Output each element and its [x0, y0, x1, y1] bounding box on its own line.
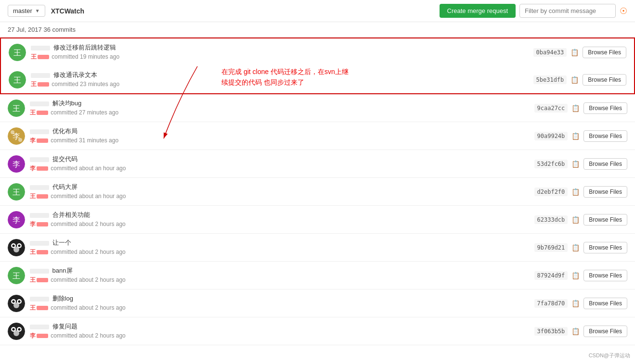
commit-row: 王 修改通讯录文本 王 committed 23 minutes ago 5be… [0, 66, 635, 94]
commit-right: 87924d9f 📋 Browse Files [534, 270, 627, 281]
commit-message: 修改迁移前后跳转逻辑 [31, 43, 233, 52]
commit-info: 合并相关功能 李 committed about 2 hours ago [30, 211, 530, 228]
commit-time: committed about 2 hours ago [51, 249, 125, 255]
browse-files-button[interactable]: Browse Files [583, 326, 627, 337]
commit-meta: 李 committed about 2 hours ago [30, 332, 530, 340]
author-name: 王 [30, 109, 49, 116]
commit-meta: 李 committed 31 minutes ago [30, 137, 530, 145]
svg-point-36 [18, 328, 21, 330]
copy-icon[interactable]: 📋 [571, 327, 580, 335]
commit-right: 9b769d21 📋 Browse Files [534, 242, 627, 253]
commit-message: 删除log [30, 294, 232, 303]
author-name: 王 [30, 276, 49, 283]
browse-files-button[interactable]: Browse Files [583, 102, 627, 114]
author-name: 李 [30, 221, 49, 227]
copy-icon[interactable]: 📋 [571, 216, 580, 224]
repo-name: XTCWatch [51, 7, 84, 15]
rss-icon[interactable]: ☉ [620, 6, 627, 16]
commit-info: 删除log 王 committed about 2 hours ago [30, 294, 530, 312]
commit-date-header: 27 Jul, 2017 36 commits [0, 22, 635, 38]
copy-icon[interactable]: 📋 [570, 76, 579, 84]
avatar [8, 295, 25, 312]
commit-row: 修复问题 李 committed about 2 hours ago 3f063… [0, 317, 635, 345]
avatar: 王 [9, 71, 26, 88]
commit-message: 解决均bug [30, 99, 232, 108]
commit-message: 优化布局 [30, 127, 232, 136]
browse-files-button[interactable]: Browse Files [583, 47, 626, 58]
svg-text:王: 王 [13, 49, 21, 57]
commit-meta: 王 committed about an hour ago [30, 192, 530, 201]
svg-text:李: 李 [13, 216, 20, 224]
browse-files-button[interactable]: Browse Files [583, 270, 627, 281]
commit-info: 代码大屏 王 committed about an hour ago [30, 183, 530, 201]
commit-info: 修改通讯录文本 王 committed 23 minutes ago [31, 71, 529, 88]
svg-text:王: 王 [13, 188, 20, 196]
commit-hash: 7fa78d70 [534, 299, 568, 308]
copy-icon[interactable]: 📋 [571, 104, 580, 112]
filter-input[interactable] [519, 4, 616, 18]
commit-meta: 李 committed about an hour ago [30, 164, 530, 173]
browse-files-button[interactable]: Browse Files [583, 130, 627, 142]
branch-selector[interactable]: master ▼ [8, 5, 45, 17]
commit-hash: 3f063b5b [534, 327, 568, 336]
commit-time: committed about an hour ago [51, 193, 126, 200]
svg-text:王: 王 [13, 104, 20, 113]
avatar [8, 239, 25, 256]
browse-files-button[interactable]: Browse Files [583, 158, 627, 170]
browse-files-button[interactable]: Browse Files [583, 298, 627, 309]
copy-icon[interactable]: 📋 [571, 244, 580, 251]
create-merge-request-button[interactable]: Create merge request [440, 4, 516, 18]
commit-right: 0ba94e33 📋 Browse Files [533, 47, 626, 58]
avatar: 王 [8, 183, 25, 201]
commit-row: 王 代码大屏 王 committed about an hour ago d2e… [0, 178, 635, 206]
copy-icon[interactable]: 📋 [570, 49, 579, 56]
avatar: 王 [8, 267, 25, 284]
top-bar: master ▼ XTCWatch Create merge request ☉ [0, 0, 635, 22]
commit-time: committed about 2 hours ago [51, 304, 125, 311]
date-header-text: 27 Jul, 2017 36 commits [8, 26, 76, 33]
browse-files-button[interactable]: Browse Files [583, 186, 627, 198]
author-name: 王 [31, 81, 50, 88]
commit-row: 李 合并相关功能 李 committed about 2 hours ago 6… [0, 206, 635, 234]
author-name: 王 [30, 304, 49, 311]
commit-info: 修复问题 李 committed about 2 hours ago [30, 322, 530, 340]
commit-hash: 87924d9f [534, 271, 568, 280]
commit-meta: 王 committed about 2 hours ago [30, 276, 530, 284]
commit-info: 提交代码 李 committed about an hour ago [30, 155, 530, 173]
svg-text:李: 李 [13, 132, 20, 140]
svg-point-34 [13, 330, 19, 336]
svg-point-20 [13, 247, 19, 252]
commit-time: committed 31 minutes ago [51, 137, 118, 144]
commit-row: 让一个 王 committed about 2 hours ago 9b769d… [0, 234, 635, 262]
commit-hash: 62333dcb [534, 215, 568, 224]
copy-icon[interactable]: 📋 [571, 132, 580, 140]
browse-files-button[interactable]: Browse Files [583, 242, 627, 253]
avatar: 王 [8, 100, 25, 117]
svg-text:王: 王 [13, 272, 20, 280]
commit-meta: 王 committed about 2 hours ago [30, 304, 530, 312]
browse-files-button[interactable]: Browse Files [583, 214, 627, 226]
author-name: 李 [30, 165, 49, 172]
author-name: 王 [31, 53, 50, 60]
svg-point-21 [13, 244, 15, 247]
commit-meta: 王 committed 23 minutes ago [31, 80, 529, 88]
copy-icon[interactable]: 📋 [571, 300, 580, 307]
commit-time: committed 19 minutes ago [52, 53, 119, 60]
svg-point-28 [13, 302, 19, 308]
commit-hash: 9b769d21 [534, 243, 568, 252]
commit-message: 代码大屏 [30, 183, 232, 191]
browse-files-button[interactable]: Browse Files [583, 74, 626, 86]
avatar: 李 [8, 155, 25, 173]
commit-message: 修复问题 [30, 322, 232, 331]
author-name: 王 [30, 193, 49, 200]
commit-time: committed about 2 hours ago [51, 332, 125, 339]
chevron-down-icon: ▼ [35, 8, 40, 13]
commit-row: 李 提交代码 李 committed about an hour ago 53d… [0, 150, 635, 178]
copy-icon[interactable]: 📋 [571, 160, 580, 168]
copy-icon[interactable]: 📋 [571, 272, 580, 279]
copy-icon[interactable]: 📋 [571, 188, 580, 196]
commit-row: 王 bann屏 王 committed about 2 hours ago 87… [0, 262, 635, 289]
commit-time: committed 23 minutes ago [52, 81, 119, 88]
commit-right: 62333dcb 📋 Browse Files [534, 214, 627, 226]
commit-hash: 53d2fc6b [534, 160, 568, 168]
